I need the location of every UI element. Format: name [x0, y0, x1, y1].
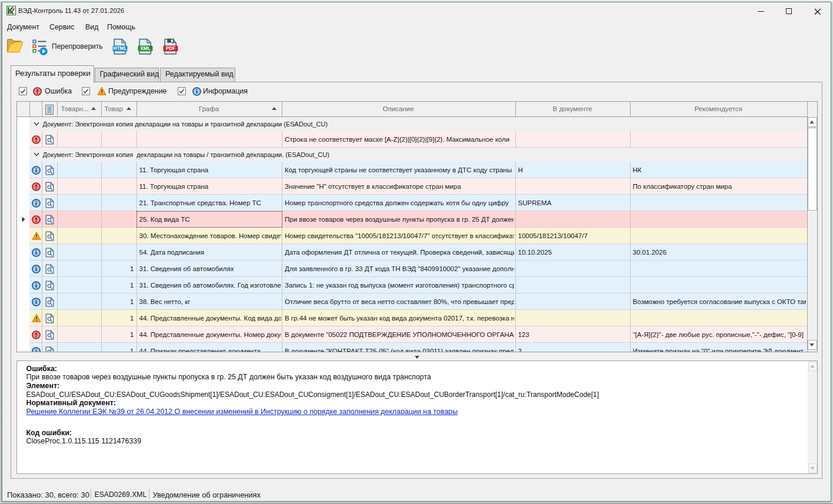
svg-text:PDF: PDF — [165, 46, 175, 51]
svg-text:HTML: HTML — [114, 46, 127, 51]
svg-text:XML: XML — [140, 46, 150, 51]
